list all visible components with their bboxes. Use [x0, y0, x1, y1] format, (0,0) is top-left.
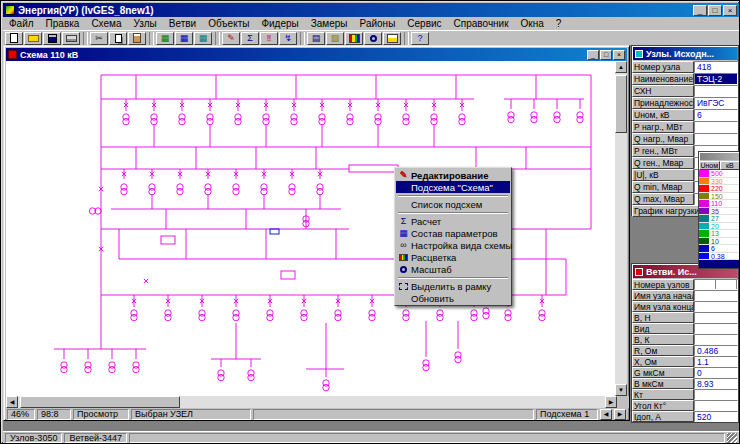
map-view-button[interactable]: ▨ — [326, 32, 344, 45]
field-value[interactable] — [694, 334, 738, 345]
field-value[interactable]: 520 — [694, 411, 738, 422]
menu-service[interactable]: Сервис — [401, 17, 447, 30]
legend-row[interactable]: 110 — [699, 200, 740, 208]
field-value[interactable] — [694, 85, 738, 97]
recalc-button[interactable]: ‼ — [260, 32, 278, 45]
chart-button[interactable] — [383, 32, 401, 45]
field-value[interactable]: 6 — [694, 109, 738, 121]
menu-help[interactable]: ? — [550, 17, 568, 30]
print-button[interactable] — [62, 32, 80, 45]
calculate-button[interactable]: Σ — [241, 32, 259, 45]
legend-titlebar[interactable] — [700, 153, 739, 160]
context-item-view-settings[interactable]: ∞Настройка вида схемы — [396, 239, 510, 251]
field-value[interactable]: 0.486 — [694, 345, 738, 356]
context-item-parameters[interactable]: ▦Состав параметров — [396, 227, 510, 239]
menu-feeders[interactable]: Фидеры — [255, 17, 304, 30]
field-value[interactable] — [694, 323, 738, 334]
network-diagram[interactable] — [6, 61, 617, 396]
field-value[interactable] — [694, 121, 738, 133]
scheme-maximize-button[interactable]: □ — [600, 50, 612, 60]
paste-button[interactable] — [128, 32, 146, 45]
titlebar[interactable]: Энергия(УР) (IvGES_8new1) _ □ × — [3, 3, 739, 17]
start-node-cell[interactable] — [695, 280, 716, 289]
legend-selected-row[interactable] — [699, 260, 740, 268]
end-node-cell[interactable] — [716, 280, 737, 289]
menu-districts[interactable]: Районы — [354, 17, 402, 30]
context-item-edit[interactable]: ✎Редактирование — [396, 169, 510, 181]
field-value[interactable]: ИвГЭС — [694, 97, 738, 109]
maximize-button[interactable]: □ — [708, 5, 722, 16]
horizontal-scrollbar[interactable]: ◀ ▶ — [6, 396, 617, 408]
save-button[interactable] — [43, 32, 61, 45]
edit-mode-button[interactable]: ✎ — [222, 32, 240, 45]
legend-row[interactable]: 20 — [699, 223, 740, 231]
minimize-button[interactable]: _ — [693, 5, 707, 16]
menu-scheme[interactable]: Схема — [85, 17, 127, 30]
menu-branches[interactable]: Ветви — [163, 17, 202, 30]
legend-row[interactable]: 27 — [699, 215, 740, 223]
scroll-left-button[interactable]: ◀ — [6, 396, 18, 408]
legend-row[interactable]: 0.38 — [699, 253, 740, 261]
legend-row[interactable]: 330 — [699, 178, 740, 186]
menu-file[interactable]: Файл — [3, 17, 40, 30]
field-value[interactable]: 8.93 — [694, 378, 738, 389]
scroll-up-button[interactable]: ▲ — [615, 61, 627, 73]
subscheme-prev-button[interactable]: ◀ — [600, 409, 612, 420]
nodes-table-button[interactable]: ▦ — [156, 32, 174, 45]
subscheme-next-button[interactable]: ▶ — [614, 409, 626, 420]
legend-row[interactable]: 35 — [699, 208, 740, 216]
scheme-titlebar[interactable]: Схема 110 кВ _ □ × — [6, 48, 627, 61]
close-button[interactable]: × — [723, 5, 737, 16]
context-item-refresh[interactable]: Обновить — [396, 292, 510, 304]
field-value[interactable]: 1.1 — [694, 356, 738, 367]
scroll-down-button[interactable]: ▼ — [615, 384, 627, 396]
context-item-calculate[interactable]: ΣРасчет — [396, 215, 510, 227]
copy-button[interactable] — [109, 32, 127, 45]
vertical-scrollbar[interactable]: ▲ ▼ — [615, 61, 627, 396]
scheme-minimize-button[interactable]: _ — [587, 50, 599, 60]
branches-table-button[interactable]: ▦ — [175, 32, 193, 45]
field-value[interactable] — [694, 290, 738, 301]
node-numbers-cells[interactable] — [694, 279, 738, 290]
field-value-selected[interactable]: ТЭЦ-2 — [694, 73, 738, 85]
context-item-coloring[interactable]: Расцветка — [396, 251, 510, 263]
nodes-panel-titlebar[interactable]: Узлы. Исходн... — [633, 47, 737, 60]
context-item-subscheme-list[interactable]: Список подсхем — [396, 198, 510, 210]
grid-view-button[interactable]: ▤ — [307, 32, 325, 45]
horizontal-scroll-thumb[interactable] — [20, 396, 180, 408]
field-value[interactable] — [694, 133, 738, 145]
open-file-button[interactable] — [24, 32, 42, 45]
vertical-scroll-thumb[interactable] — [615, 75, 627, 133]
legend-row[interactable]: 13 — [699, 230, 740, 238]
field-value[interactable] — [694, 389, 738, 400]
context-item-subscheme[interactable]: Подсхема "Схема" — [396, 181, 510, 193]
field-value[interactable]: 0 — [694, 367, 738, 378]
field-value[interactable] — [694, 312, 738, 323]
field-value[interactable]: 418 — [694, 61, 738, 73]
power-flow-button[interactable]: ↯ — [279, 32, 297, 45]
context-item-select-frame[interactable]: Выделить в рамку — [396, 280, 510, 292]
field-value[interactable] — [694, 301, 738, 312]
new-file-button[interactable] — [5, 32, 23, 45]
subscheme-tab[interactable]: Подсхема 1 — [536, 409, 598, 420]
legend-row[interactable]: 500 — [699, 170, 740, 178]
cut-button[interactable]: ✂ — [90, 32, 108, 45]
legend-row[interactable]: 150 — [699, 193, 740, 201]
context-item-scale[interactable]: Масштаб — [396, 263, 510, 275]
legend-row[interactable]: 220 — [699, 185, 740, 193]
scheme-close-button[interactable]: × — [613, 50, 625, 60]
coloring-button[interactable] — [345, 32, 363, 45]
menu-windows[interactable]: Окна — [515, 17, 550, 30]
menu-nodes[interactable]: Узлы — [127, 17, 162, 30]
resize-grip[interactable] — [727, 433, 737, 443]
help-button[interactable]: ? — [411, 32, 429, 45]
menu-reference[interactable]: Справочник — [448, 17, 515, 30]
scroll-right-button[interactable]: ▶ — [605, 396, 617, 408]
legend-row[interactable]: 6 — [699, 245, 740, 253]
zoom-button[interactable] — [364, 32, 382, 45]
menu-objects[interactable]: Объекты — [202, 17, 255, 30]
legend-row[interactable]: 10 — [699, 238, 740, 246]
menu-edit[interactable]: Правка — [40, 17, 86, 30]
menu-measurements[interactable]: Замеры — [305, 17, 354, 30]
data-table-button[interactable]: ▦ — [194, 32, 212, 45]
